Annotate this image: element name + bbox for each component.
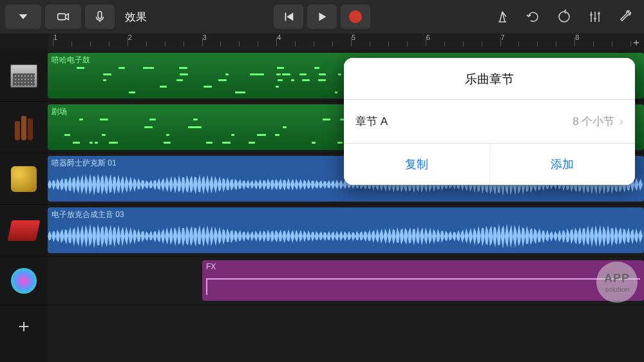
popover-actions: 复制 添加 [344,144,635,185]
transport-controls [274,5,370,29]
svg-marker-3 [287,13,293,21]
drum-machine-icon [10,64,37,88]
add-section-button[interactable]: ＋ [631,36,641,50]
region-label: FX [202,260,644,271]
play-button[interactable] [307,5,337,29]
mixer-icon[interactable] [587,9,603,24]
svg-marker-4 [319,13,326,21]
add-button[interactable]: 添加 [490,144,636,185]
undo-icon[interactable] [526,9,541,24]
section-bars: 8 个小节 [573,114,614,129]
popover-title: 乐曲章节 [344,58,635,100]
brass-icon [11,166,37,192]
song-sections-popover: 乐曲章节 章节 A 8 个小节 › 复制 添加 [344,58,635,185]
track-header-2[interactable] [0,153,48,205]
metronome-icon[interactable] [495,9,510,24]
track-row[interactable]: FX [48,256,644,305]
camera-button[interactable] [45,5,81,29]
audio-region[interactable]: 电子放克合成主音 03 [48,207,644,253]
track-row[interactable]: 电子放克合成主音 03 [48,205,644,256]
settings-wrench-icon[interactable] [618,9,634,24]
svg-rect-2 [98,12,102,19]
keyboard-icon [10,216,38,245]
strings-icon [11,115,37,140]
mic-button[interactable] [85,5,115,29]
svg-point-5 [559,12,569,22]
wm-line1: APP [604,272,630,285]
track-header-1[interactable] [0,102,48,153]
timeline-ruler[interactable]: 12345678 [48,33,644,50]
rewind-button[interactable] [274,5,303,29]
wm-line2: solution [605,285,629,293]
track-header-3[interactable] [0,205,48,256]
section-name: 章节 A [355,114,573,129]
fx-icon [11,268,37,294]
loop-icon[interactable] [556,9,572,24]
section-row[interactable]: 章节 A 8 个小节 › [344,100,635,144]
svg-rect-1 [58,14,66,19]
svg-marker-0 [19,14,28,19]
view-mode-button[interactable] [5,5,41,29]
record-button[interactable] [341,5,370,29]
top-toolbar: 效果 [0,0,644,33]
copy-button[interactable]: 复制 [344,144,490,185]
chevron-right-icon: › [620,115,623,128]
region-label: 电子放克合成主音 03 [48,207,644,220]
add-track-button[interactable]: ＋ [0,305,48,347]
fx-region[interactable]: FX [202,260,644,301]
track-header-column: ＋ [0,50,48,362]
record-icon [349,10,362,23]
watermark: APP solution [596,262,638,303]
fx-label[interactable]: 效果 [118,10,153,24]
track-header-0[interactable] [0,50,48,102]
track-header-4[interactable] [0,256,48,305]
toolbar-right [495,9,634,24]
